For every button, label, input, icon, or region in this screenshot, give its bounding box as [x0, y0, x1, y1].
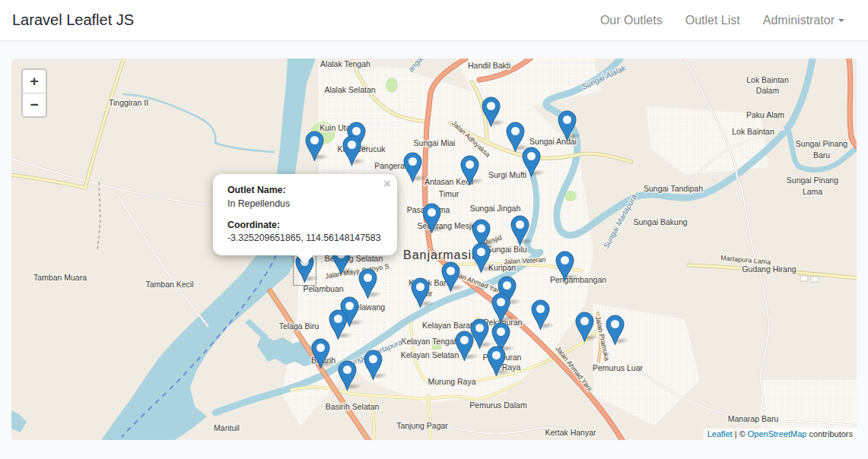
zoom-in-button[interactable]: +: [23, 70, 46, 93]
map-marker[interactable]: [510, 215, 529, 246]
map-marker[interactable]: [305, 131, 324, 162]
map-marker[interactable]: [364, 350, 383, 381]
popup-outlet-name-label: Outlet Name:: [227, 185, 286, 195]
map-marker[interactable]: [491, 293, 510, 324]
map-marker[interactable]: [358, 268, 377, 299]
map-marker[interactable]: [441, 261, 460, 293]
map-label-place: Tinggiran II: [109, 98, 148, 107]
map-label-place: Kelayan Barat: [422, 321, 472, 330]
map-label-place: Pemurus Luar: [593, 363, 643, 372]
map-label-place: Baru: [813, 150, 830, 160]
map-marker[interactable]: [329, 309, 348, 340]
nav-item-our-outlets[interactable]: Our Outlets: [589, 8, 674, 33]
map-label-place: Sungai Pinang: [796, 139, 847, 148]
attribution-separator: | ©: [733, 429, 748, 438]
map-label-place: Telaga Biru: [279, 321, 320, 331]
map-label-place: Timur: [439, 189, 459, 198]
map-label-place: Sungai Bakung: [633, 217, 687, 226]
map-marker[interactable]: [482, 97, 501, 128]
map-marker[interactable]: [558, 110, 577, 141]
map-label-place: Basirih Selatan: [326, 402, 380, 411]
map-label-place: Sungai Jingah: [470, 204, 521, 213]
map-label-place: Manarap Baru: [728, 414, 779, 423]
map-marker[interactable]: [575, 312, 594, 343]
map-label-place: Tamban Muara: [33, 273, 87, 282]
map-label-place: Kelayan Selatan: [401, 350, 459, 359]
top-navbar: Laravel Leaflet JS Our Outlets Outlet Li…: [0, 0, 868, 41]
attribution-suffix: contributors: [806, 429, 853, 438]
map-marker[interactable]: [422, 203, 441, 234]
popup-outlet-name-value: In Repellendus: [227, 198, 290, 209]
map-label-place: Kelayan Tengah: [401, 337, 458, 346]
nav-item-outlet-list[interactable]: Outlet List: [674, 8, 752, 33]
map-marker[interactable]: [342, 135, 361, 166]
map-label-place: Pelambuan: [303, 284, 343, 293]
nav-item-administrator-dropdown[interactable]: Administrator: [752, 8, 856, 33]
map-label-place: Kertak Hanyar: [545, 428, 596, 437]
map-label-place: Pemurus Dalam: [469, 400, 527, 410]
popup-content: Outlet Name: In Repellendus Coordinate: …: [227, 184, 383, 245]
map-label-place: Handil Bakti: [468, 61, 510, 70]
leaflet-link[interactable]: Leaflet: [707, 429, 733, 438]
map-attribution: Leaflet | © OpenStreetMap contributors: [704, 429, 857, 440]
app-brand[interactable]: Laravel Leaflet JS: [12, 11, 134, 29]
openstreetmap-link[interactable]: OpenStreetMap: [748, 429, 807, 438]
map-marker[interactable]: [472, 242, 491, 274]
map-label-place: Alalak Tengah: [320, 59, 370, 68]
map-label-city: Banjarmasin: [403, 248, 479, 261]
map-label-place: Lama: [803, 187, 822, 196]
map-label-place: Sungai Miai: [414, 138, 456, 147]
map-marker[interactable]: [455, 331, 474, 362]
map-label-place: Sungai Tandipah: [644, 184, 703, 193]
administrator-label: Administrator: [763, 14, 835, 27]
zoom-control: + −: [21, 68, 47, 118]
map-marker[interactable]: [606, 315, 625, 346]
popup-coordinate-value: -3.325209651865, 114.56148147583: [227, 233, 381, 243]
map-marker[interactable]: [522, 147, 541, 178]
map-label-place: Mantuil: [214, 423, 240, 432]
map-marker[interactable]: [411, 277, 430, 309]
map-label-place: Sungai Pinang: [787, 176, 838, 185]
map-label-place: Tanjung Pagar: [396, 421, 448, 430]
map-tiles: Alalak TengahHandil BaktiAlalak SelatanL…: [11, 59, 857, 440]
outlet-popup: × Outlet Name: In Repellendus Coordinate…: [213, 174, 397, 255]
popup-coordinate-label: Coordinate:: [227, 220, 280, 230]
map-label-place: Lok Baintan: [746, 75, 789, 84]
leaflet-map[interactable]: Alalak TengahHandil BaktiAlalak SelatanL…: [11, 59, 857, 440]
map-label-place: Dalam: [756, 86, 780, 95]
map-marker[interactable]: [311, 338, 330, 369]
map-label-place: Tamban Kecil: [145, 280, 193, 289]
nav-links: Our Outlets Outlet List Administrator: [589, 8, 856, 33]
map-marker[interactable]: [460, 155, 479, 186]
map-marker[interactable]: [338, 360, 357, 391]
map-marker[interactable]: [487, 346, 506, 377]
map-label-place: Gudang Hirang: [742, 264, 796, 274]
zoom-out-button[interactable]: −: [23, 93, 46, 116]
chevron-down-icon: [838, 19, 844, 22]
map-label-place: Alalak Selatan: [324, 85, 375, 94]
map-marker[interactable]: [403, 152, 422, 183]
map-marker[interactable]: [555, 251, 574, 282]
map-label-place: Paku Alam: [746, 110, 784, 119]
popup-close-icon[interactable]: ×: [383, 178, 391, 190]
map-marker[interactable]: [531, 299, 550, 331]
map-label-place: Lok Baintan: [732, 127, 774, 136]
map-label-place: Murung Raya: [428, 377, 475, 386]
